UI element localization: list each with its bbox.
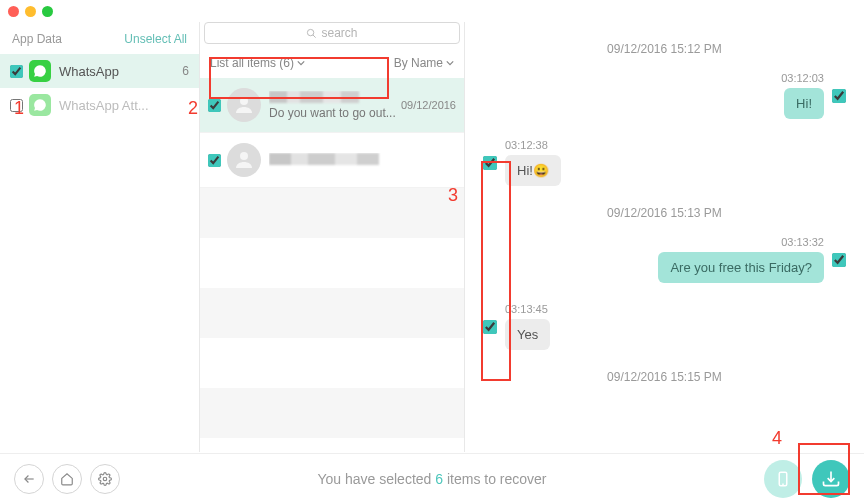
message-time: 03:13:32 — [781, 236, 824, 248]
message-time: 03:12:03 — [781, 72, 824, 84]
svg-line-1 — [313, 34, 316, 37]
date-separator: 09/12/2016 15:12 PM — [483, 42, 846, 56]
window-titlebar — [0, 0, 864, 22]
conversation-item[interactable] — [200, 133, 464, 188]
contact-name-redacted — [269, 91, 359, 103]
message-bubble: Hi!😀 — [505, 155, 561, 186]
chevron-down-icon — [297, 59, 305, 67]
whatsapp-attachments-icon — [29, 94, 51, 116]
message-checkbox[interactable] — [832, 253, 846, 267]
unselect-all-link[interactable]: Unselect All — [124, 32, 187, 46]
svg-point-0 — [308, 29, 314, 35]
footer: You have selected 6 items to recover — [0, 453, 864, 503]
conversation-date: 09/12/2016 — [401, 99, 456, 111]
message-checkbox[interactable] — [832, 89, 846, 103]
minimize-window-button[interactable] — [25, 6, 36, 17]
sidebar-item-label: WhatsApp Att... — [59, 98, 149, 113]
svg-point-2 — [240, 97, 248, 105]
message-bubble: Hi! — [784, 88, 824, 119]
conversation-preview: Do you want to go out... — [269, 106, 401, 120]
conversation-checkbox[interactable] — [208, 99, 221, 112]
sort-dropdown[interactable]: By Name — [394, 56, 454, 70]
message-outgoing[interactable]: 03:13:32 Are you free this Friday? — [483, 236, 846, 283]
sidebar-item-checkbox[interactable] — [10, 65, 23, 78]
sidebar-item-count: 6 — [182, 64, 189, 78]
conversation-list: search List all items (6) By Name Do you… — [200, 22, 465, 452]
search-icon — [306, 28, 317, 39]
empty-rows — [200, 188, 464, 438]
svg-point-3 — [240, 152, 248, 160]
sidebar: App Data Unselect All WhatsApp 6 WhatsAp… — [0, 22, 200, 452]
message-incoming[interactable]: 03:12:38 Hi!😀 — [483, 139, 846, 186]
conversation-item[interactable]: Do you want to go out... 09/12/2016 — [200, 78, 464, 133]
message-incoming[interactable]: 03:13:45 Yes — [483, 303, 846, 350]
message-bubble: Yes — [505, 319, 550, 350]
chevron-down-icon — [446, 59, 454, 67]
sidebar-title: App Data — [12, 32, 62, 46]
message-checkbox[interactable] — [483, 156, 497, 170]
sidebar-item-whatsapp-attachments[interactable]: WhatsApp Att... — [0, 88, 199, 122]
search-input[interactable]: search — [204, 22, 460, 44]
date-separator: 09/12/2016 15:15 PM — [483, 370, 846, 384]
conversation-checkbox[interactable] — [208, 154, 221, 167]
avatar — [227, 88, 261, 122]
close-window-button[interactable] — [8, 6, 19, 17]
message-time: 03:13:45 — [505, 303, 550, 315]
contact-name-redacted — [269, 153, 379, 165]
message-outgoing[interactable]: 03:12:03 Hi! — [483, 72, 846, 119]
list-all-dropdown[interactable]: List all items (6) — [210, 56, 305, 70]
message-checkbox[interactable] — [483, 320, 497, 334]
sidebar-item-whatsapp[interactable]: WhatsApp 6 — [0, 54, 199, 88]
sidebar-item-checkbox[interactable] — [10, 99, 23, 112]
selection-summary: You have selected 6 items to recover — [0, 471, 864, 487]
date-separator: 09/12/2016 15:13 PM — [483, 206, 846, 220]
chat-pane: 09/12/2016 15:12 PM 03:12:03 Hi! 03:12:3… — [465, 22, 864, 452]
avatar — [227, 143, 261, 177]
message-bubble: Are you free this Friday? — [658, 252, 824, 283]
sidebar-item-label: WhatsApp — [59, 64, 119, 79]
message-time: 03:12:38 — [505, 139, 561, 151]
whatsapp-icon — [29, 60, 51, 82]
zoom-window-button[interactable] — [42, 6, 53, 17]
